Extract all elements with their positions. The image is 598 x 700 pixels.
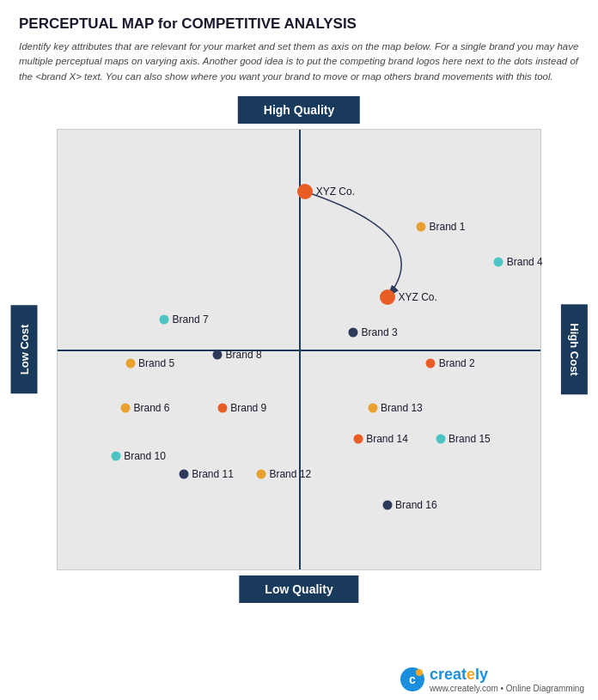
brand-dot-brand2 bbox=[426, 359, 436, 368]
brand-label-xyz2: XYZ Co. bbox=[399, 291, 437, 303]
axis-bottom-label: Low Quality bbox=[239, 575, 358, 603]
brand-dot-brand3 bbox=[349, 328, 358, 338]
brand-label-brand15: Brand 15 bbox=[448, 433, 491, 445]
page-title: PERCEPTUAL MAP for COMPETITIVE ANALYSIS bbox=[19, 15, 579, 33]
brand-dot-brand4 bbox=[494, 257, 503, 266]
brand-label-brand6: Brand 6 bbox=[133, 402, 169, 414]
brand-dot-brand6 bbox=[120, 403, 130, 412]
page-container: PERCEPTUAL MAP for COMPETITIVE ANALYSIS … bbox=[0, 0, 598, 700]
brand-label-brand3: Brand 3 bbox=[362, 326, 398, 338]
brand-dot-brand1 bbox=[417, 222, 426, 231]
footer: c creately www.creately.com • Online Dia… bbox=[400, 666, 584, 693]
perceptual-map: High Quality Low Quality Low Cost High C… bbox=[24, 96, 574, 603]
brand-label-brand11: Brand 11 bbox=[192, 468, 234, 480]
creately-logo-icon: c bbox=[400, 667, 425, 692]
brand-label-brand7: Brand 7 bbox=[173, 313, 209, 326]
brand-dot-brand14 bbox=[353, 434, 363, 443]
creately-brand: creately bbox=[430, 666, 584, 684]
brand-dot-brand8 bbox=[213, 350, 223, 359]
brand-label-brand12: Brand 12 bbox=[269, 468, 311, 480]
brand-dot-xyz2 bbox=[380, 289, 395, 305]
map-area: XYZ Co.XYZ Co.Brand 1Brand 2Brand 3Brand… bbox=[57, 129, 541, 570]
axis-top-label: High Quality bbox=[238, 96, 360, 124]
brand-dot-brand7 bbox=[160, 314, 169, 324]
page-description: Identify key attributes that are relevan… bbox=[19, 40, 579, 84]
brand-label-brand2: Brand 2 bbox=[439, 357, 475, 369]
brand-dot-brand16 bbox=[382, 500, 392, 509]
brand-dot-brand12 bbox=[256, 469, 265, 478]
brand-label-xyz1: XYZ Co. bbox=[316, 186, 355, 198]
brand-dot-brand9 bbox=[217, 403, 227, 412]
brand-dot-brand11 bbox=[179, 469, 188, 478]
brand-label-brand4: Brand 4 bbox=[507, 256, 543, 268]
brand-label-brand16: Brand 16 bbox=[395, 499, 437, 511]
brand-dot-brand10 bbox=[111, 452, 120, 461]
brand-dot-brand5 bbox=[125, 359, 135, 368]
brand-label-brand8: Brand 8 bbox=[226, 349, 262, 361]
brand-label-brand14: Brand 14 bbox=[366, 433, 408, 445]
brand-label-brand1: Brand 1 bbox=[430, 221, 466, 233]
brand-dot-xyz1 bbox=[297, 184, 313, 199]
brand-label-brand9: Brand 9 bbox=[230, 402, 266, 414]
brand-label-brand13: Brand 13 bbox=[381, 402, 423, 414]
brand-label-brand10: Brand 10 bbox=[124, 450, 166, 462]
axis-right-label: High Cost bbox=[561, 304, 588, 394]
footer-text: c creately www.creately.com • Online Dia… bbox=[400, 666, 584, 693]
brand-label-brand5: Brand 5 bbox=[138, 357, 174, 369]
axis-left-label: Low Cost bbox=[11, 306, 38, 394]
footer-tagline: www.creately.com • Online Diagramming bbox=[430, 684, 584, 693]
svg-point-3 bbox=[416, 669, 423, 676]
svg-text:c: c bbox=[409, 673, 416, 686]
brand-dot-brand13 bbox=[368, 403, 377, 412]
brand-dot-brand15 bbox=[436, 434, 445, 443]
